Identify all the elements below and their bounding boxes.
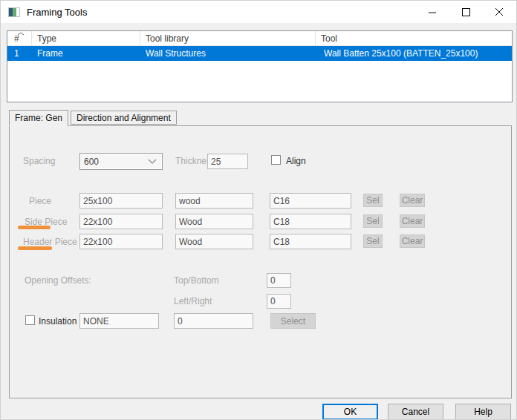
sort-ascending-icon (17, 32, 25, 36)
insulation-checkbox[interactable] (25, 315, 35, 325)
side-piece-sel-button[interactable]: Sel (363, 214, 383, 228)
close-button[interactable] (483, 1, 516, 23)
column-header-number[interactable]: # (7, 31, 32, 46)
top-bottom-label: Top/Bottom (174, 275, 219, 286)
thickness-input[interactable] (207, 154, 248, 169)
left-right-input[interactable] (267, 294, 291, 309)
side-piece-clear-button[interactable]: Clear (400, 214, 425, 228)
piece-label: Piece (29, 196, 51, 207)
close-icon (495, 8, 504, 16)
app-icon (8, 7, 20, 17)
window-title: Framing Tools (27, 7, 87, 18)
insulation-type-input[interactable] (79, 313, 159, 329)
side-piece-size-input[interactable] (79, 214, 163, 229)
left-right-label: Left/Right (174, 296, 212, 307)
header-piece-sel-button[interactable]: Sel (363, 234, 383, 248)
minimize-button[interactable] (416, 1, 449, 23)
tool-table-header: # Type Tool library Tool (7, 31, 512, 46)
opening-offsets-label: Opening Offsets: (25, 275, 91, 286)
column-header-tool-library[interactable]: Tool library (140, 31, 316, 46)
align-label: Align (286, 156, 306, 167)
framing-tools-dialog: Framing Tools # Type Tool library Tool 1 (0, 0, 517, 420)
spacing-select[interactable]: 600 (79, 153, 163, 170)
side-piece-grade-input[interactable] (270, 214, 351, 229)
tab-frame-gen[interactable]: Frame: Gen (9, 110, 68, 126)
insulation-select-button[interactable]: Select (270, 313, 316, 329)
ok-button[interactable]: OK (322, 404, 378, 420)
spacing-label: Spacing (23, 156, 55, 167)
tab-strip: Frame: Gen Direction and Alignment (9, 110, 177, 125)
side-piece-annotation-underline (18, 226, 51, 229)
align-checkbox[interactable] (271, 155, 281, 165)
insulation-label: Insulation (39, 316, 77, 327)
minimize-icon (429, 8, 437, 16)
piece-sel-button[interactable]: Sel (363, 194, 383, 207)
table-row[interactable]: 1 Frame Wall Structures Wall Batten 25x1… (7, 46, 512, 61)
title-bar: Framing Tools (1, 1, 516, 23)
header-piece-material-input[interactable] (175, 234, 253, 249)
maximize-button[interactable] (449, 1, 483, 23)
header-piece-annotation-underline (18, 246, 52, 250)
maximize-icon (462, 8, 470, 16)
header-piece-grade-input[interactable] (270, 234, 351, 249)
side-piece-material-input[interactable] (175, 214, 253, 229)
column-header-type[interactable]: Type (32, 31, 140, 46)
tool-table: # Type Tool library Tool 1 Frame Wall St… (7, 30, 513, 102)
piece-clear-button[interactable]: Clear (400, 194, 425, 207)
column-header-tool[interactable]: Tool (316, 31, 512, 46)
cancel-button[interactable]: Cancel (388, 404, 443, 420)
header-piece-clear-button[interactable]: Clear (400, 234, 425, 248)
help-button[interactable]: Help (455, 404, 511, 420)
top-bottom-input[interactable] (267, 273, 291, 288)
insulation-amount-input[interactable] (174, 313, 253, 329)
tab-direction-and-alignment[interactable]: Direction and Alignment (71, 111, 177, 125)
spacing-value: 600 (84, 157, 99, 167)
piece-grade-input[interactable] (270, 193, 351, 209)
piece-size-input[interactable] (79, 193, 163, 209)
header-piece-size-input[interactable] (79, 234, 163, 249)
chevron-down-icon (148, 159, 157, 164)
piece-material-input[interactable] (175, 193, 253, 209)
